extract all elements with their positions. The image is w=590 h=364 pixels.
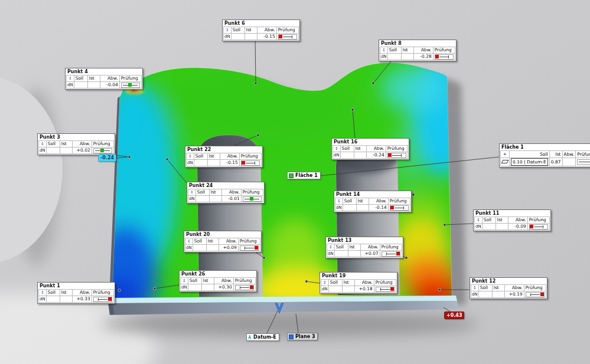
column-header-ist: Ist bbox=[401, 47, 413, 54]
column-header-pruefung: Prüfung bbox=[239, 153, 261, 160]
row-name: dN bbox=[471, 291, 479, 298]
column-header-pruefung: Prüfung bbox=[233, 278, 255, 284]
soll-value bbox=[340, 152, 354, 159]
abw-value: -0.09 bbox=[508, 224, 527, 230]
row-name: dN bbox=[188, 196, 196, 202]
tag-datum-e[interactable]: ⅄ Datum-E bbox=[246, 333, 279, 341]
direction-icon: ↕ bbox=[327, 244, 335, 251]
label-punkt-26[interactable]: Punkt 26 ↕ Soll Ist Abw. Prüfung dN +0.3… bbox=[179, 270, 257, 292]
column-header-abw: Abw. bbox=[413, 47, 433, 54]
column-header-soll: Soll bbox=[343, 198, 356, 205]
measurement-label-title: Punkt 24 bbox=[187, 182, 264, 188]
column-header-abw: Abw. bbox=[504, 285, 524, 291]
label-punkt-6[interactable]: Punkt 6 ↕ Soll Ist Abw. Prüfung dN -0.15 bbox=[222, 19, 300, 41]
soll-value bbox=[482, 224, 496, 230]
soll-value bbox=[328, 286, 342, 293]
measurement-label-title: Punkt 26 bbox=[180, 271, 256, 277]
column-header-soll: Soll bbox=[74, 76, 87, 82]
row-name: dN bbox=[335, 205, 343, 211]
label-punkt-3[interactable]: Punkt 3 ↕ Soll Ist Abw. Prüfung dN +0.02 bbox=[37, 133, 115, 155]
row-name: dN bbox=[224, 34, 232, 40]
column-header-soll: Soll bbox=[194, 153, 207, 160]
label-punkt-1[interactable]: Punkt 1 ↕ Soll Ist Abw. Prüfung dN +0.33 bbox=[37, 282, 115, 304]
direction-icon: ↕ bbox=[67, 76, 74, 82]
direction-icon: ↕ bbox=[224, 27, 232, 34]
column-header-abw: Abw. bbox=[562, 151, 576, 158]
column-header-pruefung: Prüfung bbox=[527, 217, 549, 224]
direction-icon: ↕ bbox=[185, 238, 193, 245]
soll-value bbox=[387, 54, 401, 60]
abw-value: +0.19 bbox=[504, 291, 524, 298]
abw-value: -0.14 bbox=[369, 205, 388, 211]
ist-value bbox=[206, 245, 219, 251]
surface-icon bbox=[289, 173, 294, 178]
label-punkt-12[interactable]: Punkt 12 ↕ Soll Ist Abw. Prüfung dN +0.1… bbox=[470, 277, 547, 299]
direction-icon: ↕ bbox=[471, 285, 479, 291]
tolerance-indicator bbox=[386, 152, 408, 159]
measurement-label-title: Punkt 4 bbox=[66, 68, 142, 74]
soll-value bbox=[46, 147, 60, 154]
label-punkt-4[interactable]: Punkt 4 ↕ Soll Ist Abw. Prüfung dN -0.04 bbox=[65, 68, 143, 90]
column-header-ist: Ist bbox=[60, 290, 72, 296]
soll-value bbox=[188, 284, 201, 291]
soll-value bbox=[231, 34, 245, 40]
column-header-abw: Abw. bbox=[72, 290, 92, 296]
measurement-label-title: Punkt 22 bbox=[185, 146, 262, 152]
direction-icon: ↕ bbox=[39, 290, 47, 296]
column-header-pruefung: Prüfung bbox=[92, 141, 113, 147]
column-header-pruefung: Prüfung bbox=[238, 238, 260, 245]
tag-plane-3[interactable]: Plane 3 bbox=[287, 333, 318, 340]
label-punkt-8[interactable]: Punkt 8 ↕ Soll Ist Abw. Prüfung dN -0.28 bbox=[379, 40, 457, 61]
label-punkt-11[interactable]: Punkt 11 ↕ Soll Ist Abw. Prüfung dN -0.0… bbox=[473, 209, 551, 231]
label-punkt-16[interactable]: Punkt 16 ↕ Soll Ist Abw. Prüfung dN -0.2… bbox=[331, 138, 409, 160]
ist-value bbox=[60, 296, 72, 303]
label-punkt-19[interactable]: Punkt 19 ↕ Soll Ist Abw. Prüfung dN +0.1… bbox=[320, 272, 397, 294]
column-header-abw: Abw. bbox=[366, 146, 386, 152]
column-header-ist: Ist bbox=[549, 151, 562, 158]
tolerance-indicator bbox=[527, 224, 549, 230]
deviation-badge-negative[interactable]: -0.24 bbox=[98, 154, 116, 162]
tolerance-indicator bbox=[380, 251, 402, 257]
deviation-badge-positive[interactable]: +0.43 bbox=[444, 311, 464, 319]
flag-flaeche-1[interactable]: Fläche 1 bbox=[287, 172, 321, 179]
column-header-soll: Soll bbox=[387, 47, 401, 54]
column-header-pruefung: Prüfung bbox=[524, 285, 546, 291]
column-header-abw: Abw. bbox=[220, 153, 239, 160]
label-punkt-14[interactable]: Punkt 14 ↕ Soll Ist Abw. Prüfung dN -0.1… bbox=[334, 191, 412, 212]
column-header-ist: Ist bbox=[342, 280, 354, 286]
column-header-abw: Abw. bbox=[214, 278, 233, 284]
column-header-ist: Ist bbox=[496, 217, 508, 224]
soll-value bbox=[46, 296, 60, 303]
label-punkt-24[interactable]: Punkt 24 ↕ Soll Ist Abw. Prüfung dN -0.0… bbox=[187, 182, 265, 204]
measurement-label-title: Punkt 14 bbox=[334, 191, 411, 197]
soll-value bbox=[195, 196, 209, 202]
label-punkt-20[interactable]: Punkt 20 ↕ Soll Ist Abw. Prüfung dN +0.0… bbox=[184, 231, 262, 252]
label-punkt-22[interactable]: Punkt 22 ↕ Soll Ist Abw. Prüfung dN -0.1… bbox=[185, 146, 263, 168]
tolerance-spec-cell: 0.10 | Datum-E bbox=[510, 158, 550, 166]
column-header-ist: Ist bbox=[206, 238, 219, 245]
column-header-pruefung: Prüfung bbox=[119, 76, 141, 82]
row-name: dN bbox=[187, 160, 194, 166]
column-header-ist: Ist bbox=[354, 146, 366, 152]
label-flaeche-1[interactable]: Fläche 1 ✦ Soll Ist Abw. Prüfung 0.10 | … bbox=[499, 143, 590, 168]
ist-value bbox=[348, 251, 360, 257]
column-header-ist: Ist bbox=[245, 27, 257, 34]
ist-value bbox=[401, 54, 413, 60]
soll-value bbox=[334, 251, 348, 257]
ist-value bbox=[207, 160, 220, 166]
tag-label: Plane 3 bbox=[295, 334, 315, 339]
column-header-pruefung: Prüfung bbox=[380, 244, 402, 251]
measurement-label-title: Punkt 6 bbox=[223, 20, 299, 26]
label-punkt-13[interactable]: Punkt 13 ↕ Soll Ist Abw. Prüfung dN +0.0… bbox=[325, 237, 403, 258]
column-header-ist: Ist bbox=[201, 278, 214, 284]
column-header-abw: Abw. bbox=[508, 217, 527, 224]
column-header-abw: Abw. bbox=[219, 238, 238, 245]
ist-value bbox=[496, 224, 508, 230]
direction-icon: ↕ bbox=[380, 47, 388, 54]
measurement-label-title: Punkt 11 bbox=[474, 210, 550, 216]
tolerance-indicator bbox=[238, 245, 260, 251]
annotation-layer: Fläche 1 ✦ Soll Ist Abw. Prüfung 0.10 | … bbox=[0, 0, 590, 364]
row-name: dN bbox=[327, 251, 335, 257]
column-header-pruefung: Prüfung bbox=[276, 27, 298, 34]
measurement-label-title: Punkt 12 bbox=[470, 278, 547, 284]
